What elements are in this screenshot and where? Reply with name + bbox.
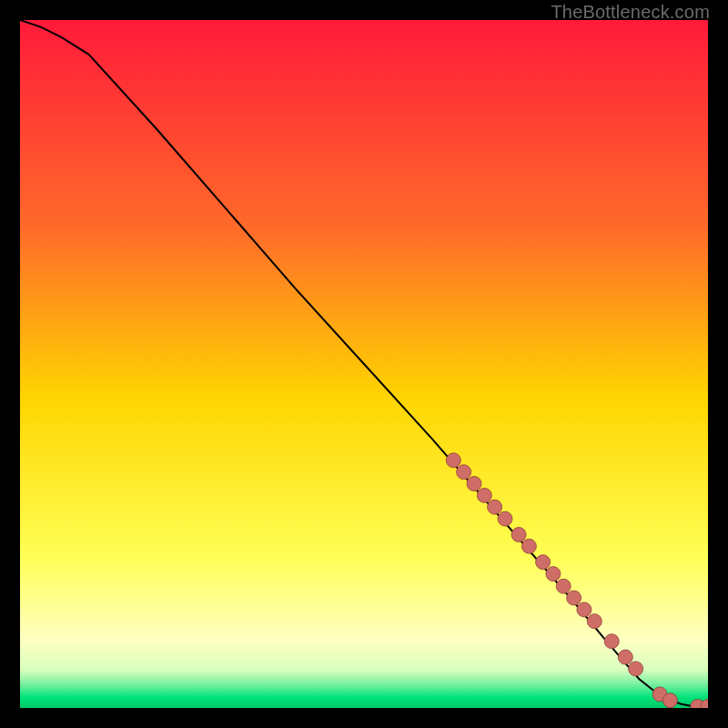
data-marker: [457, 465, 471, 480]
data-marker: [488, 500, 502, 514]
bottleneck-curve: [20, 20, 708, 707]
data-marker: [446, 453, 460, 468]
watermark-text: TheBottleneck.com: [551, 2, 710, 23]
plot-area: [20, 20, 708, 708]
data-marker: [604, 634, 619, 649]
data-marker: [536, 555, 551, 570]
data-marker: [662, 693, 677, 708]
data-marker: [498, 511, 512, 526]
data-markers: [446, 453, 708, 708]
data-marker: [567, 591, 581, 605]
data-marker: [577, 602, 592, 617]
chart-frame: TheBottleneck.com: [0, 0, 728, 728]
data-marker: [511, 528, 526, 542]
data-marker: [629, 662, 643, 676]
data-marker: [556, 579, 571, 593]
data-marker: [546, 567, 561, 581]
data-marker: [587, 614, 602, 629]
data-marker: [521, 539, 536, 553]
curve-layer: [20, 20, 708, 708]
data-marker: [618, 650, 632, 664]
data-marker: [477, 488, 491, 502]
data-marker: [467, 477, 481, 491]
